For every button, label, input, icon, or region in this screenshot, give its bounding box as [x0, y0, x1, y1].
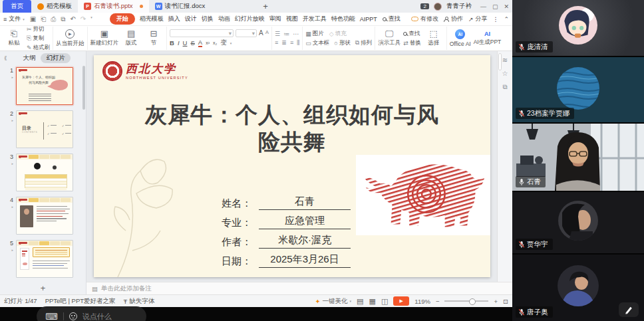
participant-tile[interactable]: 唐子奥 — [512, 255, 644, 321]
modified-status[interactable]: 有修改 — [411, 15, 438, 23]
play-from-current-button[interactable]: ▶ 从当前开始 — [56, 29, 84, 48]
notes-bar[interactable]: ▤ 单击此处添加备注 — [86, 282, 512, 294]
participant-tile[interactable]: 23档案学贾娜 — [512, 57, 644, 122]
ribbon-tab-insert[interactable]: 插入 — [168, 15, 180, 23]
ribbon-tab-developer[interactable]: 开发工具 — [303, 15, 327, 23]
slide-thumbnail-2[interactable]: 目录 CONTENTS ✓ ✓ ✓ ✓ — [16, 110, 73, 148]
undo-icon[interactable]: ↶ — [70, 15, 75, 23]
ribbon-tab-animation[interactable]: 动画 — [218, 15, 230, 23]
zoom-level[interactable]: 119% — [414, 298, 430, 305]
slide-canvas[interactable]: 西北大学 NORTHWEST UNIVERSITY 灰犀牛：个人、组织如何与风险… — [94, 55, 490, 277]
indent-icon[interactable]: ⋯ — [293, 31, 299, 37]
fit-screen-icon[interactable]: ⊡ — [503, 298, 508, 305]
rhino-image[interactable] — [356, 155, 490, 235]
beautify-button[interactable]: ✦ 一键美化 ▾ — [315, 297, 351, 306]
reading-view-icon[interactable]: ◫ — [381, 297, 388, 306]
notification-badge[interactable]: 2 — [420, 3, 428, 9]
font-size-select[interactable]: ▾ — [236, 29, 257, 37]
arrange-button[interactable]: ⧉排列 — [355, 39, 372, 47]
collaborate-button[interactable]: 协作 — [444, 15, 463, 23]
superscript-icon[interactable]: x² — [206, 41, 210, 45]
slide-thumbnail-5[interactable] — [16, 240, 73, 278]
minimize-button[interactable]: — — [480, 3, 486, 10]
fill-button[interactable]: ◇填充 — [329, 30, 347, 38]
outline-tab[interactable]: 大纲 — [23, 54, 35, 62]
copy-button[interactable]: ⎘复制 — [27, 35, 50, 43]
slide-thumbnail-1[interactable]: 灰犀牛：个人、组织如何与风险共舞 — [16, 67, 73, 105]
participant-tile[interactable]: 贾华宇 — [512, 192, 644, 253]
ai-generate-ppt-button[interactable]: AI AI生成PPT — [474, 31, 502, 47]
ribbon-tab-features[interactable]: 特色功能 — [331, 15, 355, 23]
preview-icon[interactable]: ⧉ — [61, 15, 65, 23]
slideshow-play-button[interactable]: ▶ — [393, 296, 409, 306]
ribbon-tab-aippt[interactable]: AIPPT — [360, 16, 377, 23]
slide-thumbnail-4[interactable] — [16, 197, 73, 235]
slide-info-fields[interactable]: 姓名： 石青 专业： 应急管理 作者： 米歇尔·渥克 日期： 2025年3月26… — [222, 191, 351, 268]
normal-view-icon[interactable]: ▤ — [357, 297, 363, 306]
picture-button[interactable]: ▦图片 — [305, 30, 324, 38]
more-icon[interactable]: ▾ — [90, 15, 92, 23]
office-ai-button[interactable]: AI Office AI — [450, 29, 471, 47]
zoom-in-icon[interactable]: + — [494, 298, 498, 305]
ribbon-tab-review[interactable]: 审阅 — [269, 15, 281, 23]
favorites-icon[interactable]: ☆ — [502, 70, 508, 77]
bold-button[interactable]: B — [170, 39, 174, 47]
ribbon-tab-docer[interactable]: 稻壳模板 — [140, 15, 164, 23]
tab-docer-templates[interactable]: 稻壳模板 — [31, 0, 78, 13]
ribbon-tab-design[interactable]: 设计 — [185, 15, 197, 23]
search-box[interactable]: 查找 — [383, 15, 401, 23]
tab-pptx-document[interactable]: P 石青读书.pptx — [78, 0, 149, 13]
cut-button[interactable]: ✂剪切 — [27, 26, 50, 33]
ribbon-tab-view[interactable]: 视图 — [286, 15, 298, 23]
select-button[interactable]: ⬚ 选择 — [424, 30, 444, 47]
new-slide-button[interactable]: ▣ 新建幻灯片 — [90, 30, 119, 47]
ribbon-tab-slideshow[interactable]: 幻灯片放映 — [235, 15, 265, 23]
ribbon-tab-transition[interactable]: 切换 — [202, 15, 214, 23]
italic-button[interactable]: I — [178, 39, 180, 47]
align-left-icon[interactable]: ≡ — [275, 39, 278, 47]
layout-button[interactable]: ▤ 版式 — [121, 30, 141, 47]
user-name[interactable]: 青青子衿 — [446, 2, 472, 11]
keyboard-icon[interactable]: ⌨ — [45, 312, 58, 321]
font-color-button[interactable]: A — [198, 39, 202, 47]
meeting-chat-bar[interactable]: ⌨ 说点什么 — [37, 306, 146, 321]
share-button[interactable]: ↗分享 — [468, 15, 488, 23]
collapse-panel-icon[interactable]: ⟪ — [4, 55, 7, 61]
panel-scrollbar[interactable] — [82, 66, 85, 110]
presentation-tools-button[interactable]: 🖵 演示工具 — [378, 30, 401, 47]
tab-home[interactable]: 首页 — [3, 0, 31, 13]
user-avatar[interactable] — [434, 3, 442, 11]
paste-button[interactable]: ⎗ 粘贴 — [4, 30, 24, 47]
format-painter-button[interactable]: ✎格式刷 — [27, 44, 50, 52]
slide-thumbnail-3[interactable] — [16, 154, 73, 191]
shapes-button[interactable]: ○形状 — [334, 39, 350, 47]
emoji-icon[interactable] — [69, 312, 77, 320]
font-family-select[interactable]: ▾ — [170, 29, 234, 37]
section-button[interactable]: ⊟ 节 — [144, 30, 164, 47]
replace-button[interactable]: ⇄替换 — [403, 39, 421, 47]
align-center-icon[interactable]: ≣ — [281, 39, 287, 47]
maximize-button[interactable]: ▢ — [492, 3, 498, 10]
tab-docx-document[interactable]: W 读书汇报.docx — [149, 0, 212, 13]
more-menu-icon[interactable]: ⋮ — [492, 16, 498, 23]
strikethrough-button[interactable]: S — [190, 39, 194, 47]
columns-icon[interactable]: ⫼ — [297, 39, 299, 47]
participant-tile-speaker[interactable]: 石青 — [512, 124, 644, 191]
editor-scrollbar[interactable] — [498, 53, 502, 70]
align-right-icon[interactable]: ≡ — [290, 39, 293, 47]
new-tab-button[interactable]: + — [257, 1, 273, 11]
subscript-icon[interactable]: x₂ — [213, 41, 217, 45]
shrink-font-icon[interactable]: A — [265, 29, 269, 37]
text-effect-button[interactable]: 变 — [220, 39, 227, 47]
textbox-button[interactable]: ▭文本框 — [305, 39, 329, 47]
find-button[interactable]: 查找 — [403, 30, 421, 38]
grow-font-icon[interactable]: A — [259, 29, 263, 37]
slides-tab[interactable]: 幻灯片 — [41, 53, 71, 63]
animation-pane-icon[interactable]: ≋ — [502, 56, 508, 64]
redo-icon[interactable]: ↷ — [80, 15, 86, 23]
collapse-ribbon-icon[interactable]: ⌃ — [504, 16, 509, 23]
output-icon[interactable]: ⎗ — [41, 15, 46, 23]
zoom-slider[interactable] — [444, 300, 488, 302]
print-icon[interactable]: ⎙ — [51, 15, 56, 23]
numbering-icon[interactable]: ≔ — [283, 31, 289, 37]
